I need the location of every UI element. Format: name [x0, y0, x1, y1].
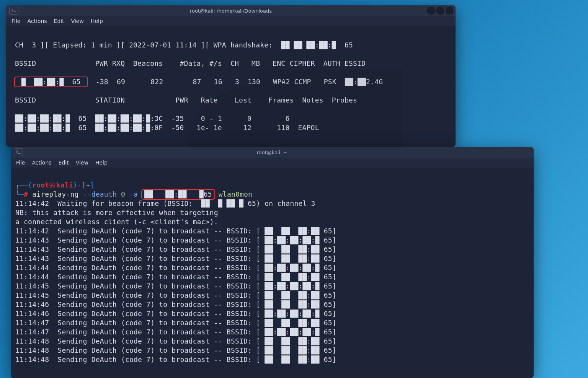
station-row: ██:██:██:██:█ 65 ██:██:██:██:█:0F -50 1e…	[11, 124, 319, 132]
menubar: File Actions Edit View Help	[11, 158, 534, 168]
out-line: 11:14:48 Sending DeAuth (code 7) to broa…	[15, 355, 336, 363]
window-controls	[427, 7, 453, 15]
highlighted-target-bssid: ██ ██:██ █65	[141, 189, 215, 200]
out-line: 11:14:45 Sending DeAuth (code 7) to broa…	[15, 282, 336, 290]
networks-header: BSSID PWR RXQ Beacons #Data, #/s CH MB E…	[11, 59, 366, 67]
out-line: 11:14:48 Sending DeAuth (code 7) to broa…	[15, 337, 336, 345]
out-line: 11:14:47 Sending DeAuth (code 7) to broa…	[15, 328, 336, 336]
menubar: File Actions Edit View Help	[6, 16, 456, 26]
out-line: 11:14:46 Sending DeAuth (code 7) to broa…	[15, 310, 336, 318]
prompt-line: ┌──(root㉿kali)-[~]	[15, 181, 94, 189]
terminal-output[interactable]: CH 3 ][ Elapsed: 1 min ][ 2022-07-01 11:…	[6, 26, 456, 137]
out-line: 11:14:43 Sending DeAuth (code 7) to broa…	[15, 254, 336, 262]
highlighted-bssid: █ ██:██:█ 65	[14, 77, 88, 87]
minimize-button[interactable]	[427, 7, 435, 15]
airodump-header: CH 3 ][ Elapsed: 1 min ][ 2022-07-01 11:…	[11, 41, 353, 49]
terminal-window-airodump[interactable]: root@kali: /home/kali/Downloads File Act…	[6, 5, 456, 147]
out-line: 11:14:42 Sending DeAuth (code 7) to broa…	[15, 227, 336, 235]
out-line: 11:14:42 Waiting for beacon frame (BSSID…	[15, 199, 315, 207]
terminal-icon	[14, 148, 23, 156]
window-title: root@kali: /home/kali/Downloads	[6, 8, 456, 14]
terminal-icon	[9, 7, 18, 15]
out-line: a connected wireless client (-c <client'…	[15, 218, 218, 226]
station-row: ██:██:██:██:█ 65 ██:██:██:██:█:3C -35 0 …	[11, 114, 289, 122]
network-row: █ ██:██:█ 65 -38 69 822 87 16 3 130 WPA2…	[11, 78, 383, 86]
close-button[interactable]	[446, 7, 453, 15]
menu-actions[interactable]: Actions	[29, 158, 54, 167]
command-line: └─# aireplay-ng --deauth 0 -a ██ ██:██ █…	[15, 190, 252, 198]
window-title: root@kali: ~	[11, 150, 534, 155]
menu-view[interactable]: View	[73, 158, 91, 167]
stations-header: BSSID STATION PWR Rate Lost Frames Notes…	[11, 96, 357, 104]
menu-help[interactable]: Help	[88, 17, 106, 25]
out-line: 11:14:44 Sending DeAuth (code 7) to broa…	[15, 273, 336, 281]
terminal-window-aireplay[interactable]: root@kali: ~ File Actions Edit View Help…	[11, 147, 534, 378]
terminal-output[interactable]: ┌──(root㉿kali)-[~] └─# aireplay-ng --dea…	[11, 168, 534, 369]
menu-help[interactable]: Help	[92, 158, 111, 167]
menu-edit[interactable]: Edit	[56, 158, 72, 167]
out-line: 11:14:48 Sending DeAuth (code 7) to broa…	[15, 346, 336, 354]
out-line: 11:14:47 Sending DeAuth (code 7) to broa…	[15, 319, 336, 327]
maximize-button[interactable]	[436, 7, 444, 15]
out-line: 11:14:43 Sending DeAuth (code 7) to broa…	[15, 236, 336, 244]
out-line: NB: this attack is more effective when t…	[15, 209, 218, 217]
menu-view[interactable]: View	[68, 17, 87, 25]
out-line: 11:14:43 Sending DeAuth (code 7) to broa…	[15, 245, 336, 253]
menu-actions[interactable]: Actions	[24, 17, 50, 25]
menu-file[interactable]: File	[13, 158, 28, 167]
titlebar[interactable]: root@kali: ~	[11, 147, 534, 158]
out-line: 11:14:44 Sending DeAuth (code 7) to broa…	[15, 264, 336, 272]
out-line: 11:14:45 Sending DeAuth (code 7) to broa…	[15, 291, 336, 299]
out-line: 11:14:46 Sending DeAuth (code 7) to broa…	[15, 300, 336, 308]
menu-file[interactable]: File	[8, 17, 23, 25]
menu-edit[interactable]: Edit	[51, 17, 67, 25]
titlebar[interactable]: root@kali: /home/kali/Downloads	[6, 5, 456, 16]
